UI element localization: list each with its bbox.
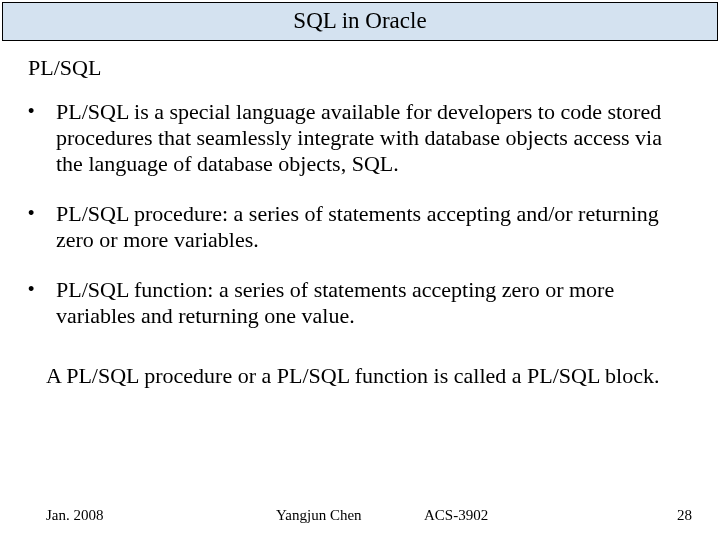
slide-footer: Jan. 2008 Yangjun Chen ACS-3902 28 xyxy=(0,507,720,524)
footer-date: Jan. 2008 xyxy=(46,507,276,524)
list-item: • PL/SQL procedure: a series of statemen… xyxy=(28,201,692,253)
bullet-icon: • xyxy=(28,99,56,177)
footer-course: ACS-3902 xyxy=(424,507,677,524)
list-item: • PL/SQL function: a series of statement… xyxy=(28,277,692,329)
list-item: • PL/SQL is a special language available… xyxy=(28,99,692,177)
bullet-text: PL/SQL function: a series of statements … xyxy=(56,277,692,329)
slide-header: SQL in Oracle xyxy=(2,2,718,41)
bullet-text: PL/SQL procedure: a series of statements… xyxy=(56,201,692,253)
bullet-icon: • xyxy=(28,201,56,253)
slide-title: SQL in Oracle xyxy=(293,8,426,33)
slide-content: PL/SQL • PL/SQL is a special language av… xyxy=(0,41,720,389)
closing-text: A PL/SQL procedure or a PL/SQL function … xyxy=(46,363,692,389)
bullet-text: PL/SQL is a special language available f… xyxy=(56,99,692,177)
footer-page-number: 28 xyxy=(677,507,692,524)
bullet-icon: • xyxy=(28,277,56,329)
bullet-list: • PL/SQL is a special language available… xyxy=(28,99,692,329)
section-title: PL/SQL xyxy=(28,55,692,81)
footer-author: Yangjun Chen xyxy=(276,507,424,524)
